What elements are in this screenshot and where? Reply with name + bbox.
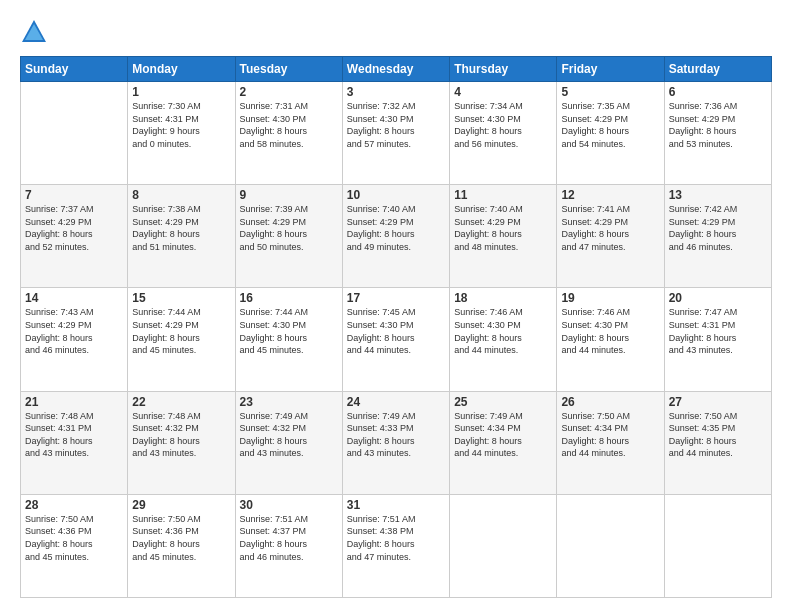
day-info: Sunrise: 7:32 AM Sunset: 4:30 PM Dayligh… [347,100,445,150]
day-number: 19 [561,291,659,305]
calendar: SundayMondayTuesdayWednesdayThursdayFrid… [20,56,772,598]
calendar-cell: 27Sunrise: 7:50 AM Sunset: 4:35 PM Dayli… [664,391,771,494]
calendar-cell [664,494,771,597]
calendar-cell: 3Sunrise: 7:32 AM Sunset: 4:30 PM Daylig… [342,82,449,185]
weekday-header: Sunday [21,57,128,82]
day-number: 31 [347,498,445,512]
page: SundayMondayTuesdayWednesdayThursdayFrid… [0,0,792,612]
calendar-cell [21,82,128,185]
calendar-cell: 1Sunrise: 7:30 AM Sunset: 4:31 PM Daylig… [128,82,235,185]
day-info: Sunrise: 7:48 AM Sunset: 4:32 PM Dayligh… [132,410,230,460]
calendar-week-row: 14Sunrise: 7:43 AM Sunset: 4:29 PM Dayli… [21,288,772,391]
calendar-cell [557,494,664,597]
day-number: 6 [669,85,767,99]
day-info: Sunrise: 7:46 AM Sunset: 4:30 PM Dayligh… [454,306,552,356]
day-number: 24 [347,395,445,409]
calendar-cell: 19Sunrise: 7:46 AM Sunset: 4:30 PM Dayli… [557,288,664,391]
day-number: 2 [240,85,338,99]
calendar-cell: 30Sunrise: 7:51 AM Sunset: 4:37 PM Dayli… [235,494,342,597]
day-number: 27 [669,395,767,409]
day-info: Sunrise: 7:40 AM Sunset: 4:29 PM Dayligh… [347,203,445,253]
calendar-cell: 16Sunrise: 7:44 AM Sunset: 4:30 PM Dayli… [235,288,342,391]
day-info: Sunrise: 7:49 AM Sunset: 4:33 PM Dayligh… [347,410,445,460]
day-info: Sunrise: 7:50 AM Sunset: 4:35 PM Dayligh… [669,410,767,460]
day-info: Sunrise: 7:50 AM Sunset: 4:36 PM Dayligh… [132,513,230,563]
day-info: Sunrise: 7:44 AM Sunset: 4:29 PM Dayligh… [132,306,230,356]
calendar-cell: 18Sunrise: 7:46 AM Sunset: 4:30 PM Dayli… [450,288,557,391]
calendar-cell: 25Sunrise: 7:49 AM Sunset: 4:34 PM Dayli… [450,391,557,494]
calendar-cell: 24Sunrise: 7:49 AM Sunset: 4:33 PM Dayli… [342,391,449,494]
day-info: Sunrise: 7:37 AM Sunset: 4:29 PM Dayligh… [25,203,123,253]
day-number: 23 [240,395,338,409]
weekday-header: Thursday [450,57,557,82]
day-number: 30 [240,498,338,512]
calendar-week-row: 1Sunrise: 7:30 AM Sunset: 4:31 PM Daylig… [21,82,772,185]
day-number: 20 [669,291,767,305]
day-number: 13 [669,188,767,202]
header [20,18,772,46]
day-info: Sunrise: 7:31 AM Sunset: 4:30 PM Dayligh… [240,100,338,150]
calendar-cell: 5Sunrise: 7:35 AM Sunset: 4:29 PM Daylig… [557,82,664,185]
day-info: Sunrise: 7:45 AM Sunset: 4:30 PM Dayligh… [347,306,445,356]
weekday-header: Monday [128,57,235,82]
calendar-cell: 14Sunrise: 7:43 AM Sunset: 4:29 PM Dayli… [21,288,128,391]
calendar-cell: 22Sunrise: 7:48 AM Sunset: 4:32 PM Dayli… [128,391,235,494]
calendar-cell: 7Sunrise: 7:37 AM Sunset: 4:29 PM Daylig… [21,185,128,288]
day-info: Sunrise: 7:30 AM Sunset: 4:31 PM Dayligh… [132,100,230,150]
calendar-cell: 29Sunrise: 7:50 AM Sunset: 4:36 PM Dayli… [128,494,235,597]
calendar-cell: 2Sunrise: 7:31 AM Sunset: 4:30 PM Daylig… [235,82,342,185]
day-number: 8 [132,188,230,202]
day-info: Sunrise: 7:46 AM Sunset: 4:30 PM Dayligh… [561,306,659,356]
logo [20,18,52,46]
day-number: 7 [25,188,123,202]
day-number: 16 [240,291,338,305]
day-info: Sunrise: 7:40 AM Sunset: 4:29 PM Dayligh… [454,203,552,253]
day-number: 18 [454,291,552,305]
day-number: 25 [454,395,552,409]
day-info: Sunrise: 7:49 AM Sunset: 4:34 PM Dayligh… [454,410,552,460]
calendar-cell: 31Sunrise: 7:51 AM Sunset: 4:38 PM Dayli… [342,494,449,597]
calendar-week-row: 7Sunrise: 7:37 AM Sunset: 4:29 PM Daylig… [21,185,772,288]
calendar-cell: 20Sunrise: 7:47 AM Sunset: 4:31 PM Dayli… [664,288,771,391]
day-number: 4 [454,85,552,99]
day-number: 3 [347,85,445,99]
calendar-week-row: 28Sunrise: 7:50 AM Sunset: 4:36 PM Dayli… [21,494,772,597]
day-info: Sunrise: 7:50 AM Sunset: 4:34 PM Dayligh… [561,410,659,460]
calendar-body: 1Sunrise: 7:30 AM Sunset: 4:31 PM Daylig… [21,82,772,598]
calendar-week-row: 21Sunrise: 7:48 AM Sunset: 4:31 PM Dayli… [21,391,772,494]
day-number: 17 [347,291,445,305]
calendar-cell [450,494,557,597]
day-info: Sunrise: 7:34 AM Sunset: 4:30 PM Dayligh… [454,100,552,150]
calendar-header: SundayMondayTuesdayWednesdayThursdayFrid… [21,57,772,82]
calendar-cell: 8Sunrise: 7:38 AM Sunset: 4:29 PM Daylig… [128,185,235,288]
day-number: 22 [132,395,230,409]
day-number: 14 [25,291,123,305]
calendar-cell: 28Sunrise: 7:50 AM Sunset: 4:36 PM Dayli… [21,494,128,597]
weekday-header: Friday [557,57,664,82]
day-number: 28 [25,498,123,512]
day-info: Sunrise: 7:35 AM Sunset: 4:29 PM Dayligh… [561,100,659,150]
day-info: Sunrise: 7:48 AM Sunset: 4:31 PM Dayligh… [25,410,123,460]
day-info: Sunrise: 7:44 AM Sunset: 4:30 PM Dayligh… [240,306,338,356]
day-info: Sunrise: 7:38 AM Sunset: 4:29 PM Dayligh… [132,203,230,253]
day-info: Sunrise: 7:50 AM Sunset: 4:36 PM Dayligh… [25,513,123,563]
day-number: 21 [25,395,123,409]
weekday-header: Wednesday [342,57,449,82]
calendar-cell: 21Sunrise: 7:48 AM Sunset: 4:31 PM Dayli… [21,391,128,494]
calendar-cell: 13Sunrise: 7:42 AM Sunset: 4:29 PM Dayli… [664,185,771,288]
day-info: Sunrise: 7:49 AM Sunset: 4:32 PM Dayligh… [240,410,338,460]
day-number: 9 [240,188,338,202]
calendar-cell: 17Sunrise: 7:45 AM Sunset: 4:30 PM Dayli… [342,288,449,391]
calendar-cell: 11Sunrise: 7:40 AM Sunset: 4:29 PM Dayli… [450,185,557,288]
day-info: Sunrise: 7:47 AM Sunset: 4:31 PM Dayligh… [669,306,767,356]
day-number: 11 [454,188,552,202]
calendar-cell: 15Sunrise: 7:44 AM Sunset: 4:29 PM Dayli… [128,288,235,391]
day-number: 10 [347,188,445,202]
day-number: 15 [132,291,230,305]
weekday-row: SundayMondayTuesdayWednesdayThursdayFrid… [21,57,772,82]
calendar-cell: 4Sunrise: 7:34 AM Sunset: 4:30 PM Daylig… [450,82,557,185]
logo-icon [20,18,48,46]
day-number: 26 [561,395,659,409]
calendar-cell: 26Sunrise: 7:50 AM Sunset: 4:34 PM Dayli… [557,391,664,494]
day-number: 12 [561,188,659,202]
